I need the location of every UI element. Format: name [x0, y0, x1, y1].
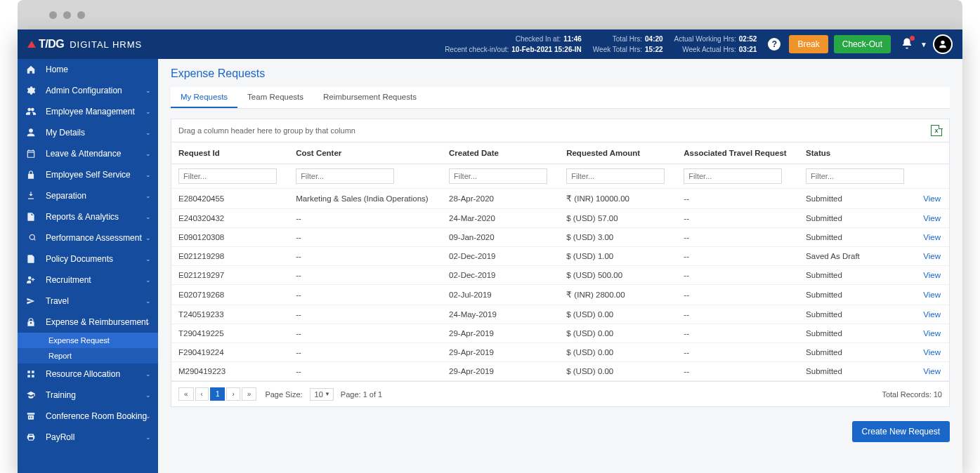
view-link[interactable]: View: [923, 233, 941, 241]
table-cell: 09-Jan-2020: [442, 228, 559, 247]
sidebar-item-label: Training: [46, 390, 76, 400]
view-link[interactable]: View: [923, 310, 941, 319]
sidebar-item-travel[interactable]: Travel⌄: [18, 291, 158, 312]
column-header[interactable]: Request Id: [171, 142, 289, 164]
column-header[interactable]: Status: [799, 142, 916, 164]
sidebar-item-performance-assessment[interactable]: Performance Assessment⌄: [18, 227, 158, 248]
table-cell: F290419224: [171, 343, 289, 362]
table-cell: T240519233: [171, 305, 289, 324]
sidebar-item-reports-analytics[interactable]: Reports & Analytics⌄: [18, 206, 158, 227]
chevron-down-icon: ⌄: [145, 298, 151, 305]
column-header[interactable]: Associated Travel Request: [677, 142, 799, 164]
view-link[interactable]: View: [923, 214, 941, 222]
page-size-select[interactable]: 10: [310, 388, 334, 401]
sidebar-item-label: Employee Management: [46, 107, 135, 116]
topbar: T/DG DIGITAL HRMS Checked In at:11:46 Re…: [18, 29, 962, 59]
sidebar-item-expense-reimbursement[interactable]: Expense & Reimbursement⌄: [18, 312, 158, 333]
sidebar-item-employee-self-service[interactable]: Employee Self Service⌄: [18, 164, 158, 185]
avatar[interactable]: [933, 34, 953, 54]
sidebar-icon: [26, 107, 39, 116]
sidebar-icon: [26, 411, 39, 421]
sidebar-icon: [26, 432, 39, 442]
view-link[interactable]: View: [923, 252, 941, 260]
table-cell: E240320432: [171, 209, 289, 228]
chevron-down-icon: ⌄: [145, 371, 151, 378]
chevron-down-icon: ⌄: [145, 129, 151, 136]
sidebar-item-my-details[interactable]: My Details⌄: [18, 122, 158, 143]
table-row: E021219297--02-Dec-2019$ (USD) 500.00--S…: [171, 266, 949, 285]
tab-team-requests[interactable]: Team Requests: [237, 87, 313, 108]
table-cell: --: [677, 266, 799, 285]
break-button[interactable]: Break: [789, 35, 828, 53]
pager-next[interactable]: ›: [226, 387, 240, 401]
sidebar-item-training[interactable]: Training⌄: [18, 385, 158, 406]
view-link[interactable]: View: [923, 367, 941, 375]
notifications-icon[interactable]: [901, 37, 913, 51]
chevron-down-icon: ⌄: [145, 213, 151, 220]
filter-input[interactable]: [296, 168, 394, 184]
sidebar-item-separation[interactable]: Separation⌄: [18, 185, 158, 206]
table-cell: 24-Mar-2020: [442, 209, 559, 228]
sidebar-item-admin-configuration[interactable]: Admin Configuration⌄: [18, 80, 158, 101]
filter-input[interactable]: [684, 168, 782, 184]
sidebar-item-resource-allocation[interactable]: Resource Allocation⌄: [18, 364, 158, 385]
sidebar-item-recruitment[interactable]: Recruitment⌄: [18, 269, 158, 291]
column-header[interactable]: Requested Amount: [559, 142, 677, 164]
sidebar-item-payroll[interactable]: PayRoll⌄: [18, 427, 158, 448]
table-cell: --: [289, 305, 442, 324]
brand-tdg: T/DG: [39, 38, 64, 51]
pager-last[interactable]: »: [242, 387, 257, 401]
sidebar-icon: [26, 191, 39, 201]
table-cell: Submitted: [799, 362, 916, 381]
sidebar-item-leave-attendance[interactable]: Leave & Attendance⌄: [18, 143, 158, 164]
sidebar-item-employee-management[interactable]: Employee Management⌄: [18, 101, 158, 122]
filter-input[interactable]: [806, 168, 904, 184]
sidebar-item-label: Conference Room Booking: [46, 411, 147, 421]
table-row: E240320432--24-Mar-2020$ (USD) 57.00--Su…: [171, 209, 949, 228]
sidebar-item-label: Separation: [46, 191, 86, 201]
filter-input[interactable]: [566, 168, 665, 184]
view-link[interactable]: View: [923, 291, 941, 299]
export-excel-icon[interactable]: x: [931, 125, 942, 136]
view-link[interactable]: View: [923, 348, 941, 357]
sidebar-subitem-expense-request[interactable]: Expense Request: [18, 333, 158, 348]
pager-prev[interactable]: ‹: [195, 387, 209, 401]
sidebar-item-conference-room-booking[interactable]: Conference Room Booking⌄: [18, 406, 158, 427]
sidebar-item-home[interactable]: Home: [18, 59, 158, 80]
column-header[interactable]: [916, 142, 949, 164]
stat-actual: Actual Working Hrs:02:52 Week Actual Hrs…: [669, 34, 763, 55]
table-row: E020719268--02-Jul-2019₹ (INR) 2800.00--…: [171, 285, 949, 305]
column-header[interactable]: Created Date: [442, 142, 559, 164]
expense-table: Request IdCost CenterCreated DateRequest…: [171, 142, 949, 381]
pager-first[interactable]: «: [178, 387, 194, 401]
help-icon[interactable]: ?: [768, 38, 780, 51]
table-cell: --: [289, 362, 442, 381]
page-title: Expense Requests: [171, 67, 950, 80]
sidebar-icon: [26, 275, 39, 285]
filter-input[interactable]: [449, 168, 547, 184]
table-cell: 24-May-2019: [442, 305, 559, 324]
chevron-down-icon[interactable]: ▼: [920, 41, 927, 48]
group-by-bar[interactable]: Drag a column header here to group by th…: [171, 119, 949, 142]
view-link[interactable]: View: [923, 329, 941, 338]
create-new-request-button[interactable]: Create New Request: [852, 421, 950, 442]
pager-page-1[interactable]: 1: [210, 387, 226, 401]
table-cell: --: [677, 209, 799, 228]
table-cell: --: [289, 266, 442, 285]
table-cell: Submitted: [799, 209, 916, 228]
brand-logo[interactable]: T/DG DIGITAL HRMS: [18, 38, 142, 51]
sidebar-item-policy-documents[interactable]: Policy Documents⌄: [18, 248, 158, 269]
tab-reimbursement-requests[interactable]: Reimbursement Requests: [313, 87, 426, 108]
sidebar-icon: [26, 296, 39, 306]
filter-input[interactable]: [178, 168, 277, 184]
checkout-button[interactable]: Check-Out: [834, 35, 891, 53]
view-link[interactable]: View: [923, 271, 941, 279]
sidebar-item-label: Reports & Analytics: [46, 212, 119, 222]
sidebar-subitem-report[interactable]: Report: [18, 348, 158, 364]
column-header[interactable]: Cost Center: [289, 142, 442, 164]
view-link[interactable]: View: [923, 194, 941, 203]
chevron-down-icon: ⌄: [145, 234, 151, 241]
tab-my-requests[interactable]: My Requests: [171, 87, 237, 108]
stat-checkin: Checked In at:11:46 Recent check-in/out:…: [439, 34, 587, 55]
table-cell: E090120308: [171, 228, 289, 247]
